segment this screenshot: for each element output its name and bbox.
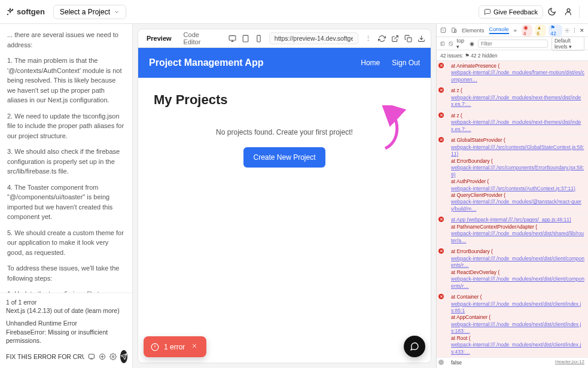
device-icon[interactable] bbox=[451, 27, 457, 34]
copy-icon[interactable] bbox=[403, 32, 414, 45]
app-inner-header: Project Management App Home Sign Out bbox=[138, 48, 431, 78]
brand-name: softgen bbox=[17, 7, 45, 16]
project-select[interactable]: Select a Project bbox=[53, 5, 126, 19]
error-glyph-icon: ✕ bbox=[438, 137, 444, 142]
chat-footer: 1 of 1 error Next.js (14.2.13) out of da… bbox=[0, 293, 132, 368]
help-fab[interactable] bbox=[404, 336, 425, 357]
context-top[interactable]: top ▾ bbox=[456, 38, 465, 50]
settings-icon[interactable] bbox=[109, 352, 117, 361]
console-log-error[interactable]: ✕ at z (webpack-internal:///./node_modul… bbox=[437, 86, 588, 110]
console-log-error[interactable]: ✕ at GlobalStateProvider (webpack-intern… bbox=[437, 135, 588, 215]
svg-point-1 bbox=[7, 14, 8, 14]
project-select-label: Select a Project bbox=[60, 8, 110, 16]
attach-icon[interactable] bbox=[99, 352, 106, 361]
log-text: at Container (webpack-internal:///./node… bbox=[446, 294, 584, 355]
device-tablet-icon[interactable] bbox=[240, 32, 251, 45]
svg-rect-9 bbox=[407, 37, 412, 41]
devtools-tab-elements[interactable]: Elements bbox=[462, 28, 485, 34]
error-toast[interactable]: 1 error bbox=[144, 336, 206, 357]
chat-paragraph: 3. We should also check if the firebase … bbox=[7, 147, 125, 177]
chat-paragraph: 4. The Toaster component from "@/compone… bbox=[7, 183, 125, 222]
runtime-error-title: Unhandled Runtime Error bbox=[6, 319, 126, 328]
chat-bubble-icon bbox=[410, 342, 419, 351]
brand-logo[interactable]: softgen bbox=[6, 7, 45, 16]
error-summary: 1 of 1 error Next.js (14.2.13) out of da… bbox=[6, 298, 126, 345]
issues-bar[interactable]: 42 issues: ⚑ 42 2 hidden bbox=[437, 50, 588, 61]
chat-input[interactable] bbox=[6, 353, 84, 360]
chat-icon bbox=[484, 8, 491, 16]
nav-home[interactable]: Home bbox=[361, 59, 380, 67]
error-glyph-icon: ✕ bbox=[438, 294, 444, 299]
devtools-more[interactable]: » bbox=[514, 28, 517, 34]
open-external-icon[interactable] bbox=[389, 32, 400, 45]
devtools-panel: Elements Console » ◉ 4 ▲ 6 ⚑ 42 ⋮ ✕ top … bbox=[436, 24, 588, 368]
download-icon[interactable] bbox=[416, 32, 427, 45]
chat-paragraph: To address these issues, we'll take the … bbox=[7, 263, 125, 283]
device-desktop-icon[interactable] bbox=[227, 32, 237, 45]
more-icon[interactable]: ⋮ bbox=[363, 32, 374, 45]
svg-rect-15 bbox=[441, 42, 444, 45]
chat-paragraph: ... there are several issues we need to … bbox=[7, 30, 125, 50]
log-text: at ErrorBoundary (webpack-internal:///./… bbox=[446, 248, 584, 290]
app-body: My Projects No projects found. Create yo… bbox=[138, 78, 431, 182]
console-filter[interactable] bbox=[478, 39, 548, 48]
console-log-error[interactable]: ✕ at App (webpack-internal:///./src/page… bbox=[437, 215, 588, 247]
chat-messages: ... there are several issues we need to … bbox=[0, 24, 132, 293]
console-log-error[interactable]: ✕ at z (webpack-internal:///./node_modul… bbox=[437, 111, 588, 135]
console-log-error[interactable]: ✕ at AnimatePresence (webpack-internal:/… bbox=[437, 61, 588, 86]
error-glyph-icon: ✕ bbox=[438, 248, 444, 254]
preview-url-field[interactable] bbox=[269, 32, 358, 44]
svg-point-2 bbox=[567, 9, 570, 12]
console-log-info[interactable]: falseHeader.jsx:12 bbox=[437, 358, 588, 368]
devtools-tab-console[interactable]: Console bbox=[489, 26, 509, 34]
warn-count-badge[interactable]: ▲ 6 bbox=[535, 25, 546, 37]
console-log-error[interactable]: ✕ at ErrorBoundary (webpack-internal:///… bbox=[437, 247, 588, 292]
page-heading: My Projects bbox=[154, 92, 415, 108]
svg-point-0 bbox=[13, 9, 13, 10]
feedback-label: Give Feedback bbox=[493, 8, 538, 16]
info-glyph-icon bbox=[438, 360, 444, 365]
svg-point-14 bbox=[566, 29, 568, 31]
inspect-icon[interactable] bbox=[440, 27, 446, 34]
devtools-kebab[interactable]: ⋮ bbox=[572, 28, 577, 34]
console-log-list: ✕ at AnimatePresence (webpack-internal:/… bbox=[437, 61, 588, 368]
user-menu[interactable] bbox=[560, 4, 577, 20]
error-glyph-icon: ✕ bbox=[438, 87, 444, 93]
close-icon bbox=[191, 342, 198, 349]
clear-console-icon[interactable] bbox=[449, 41, 453, 47]
error-glyph-icon: ✕ bbox=[438, 112, 444, 118]
preview-toolbar: Preview Code Editor ⋮ bbox=[138, 29, 431, 48]
app-header: softgen Select a Project Give Feedback bbox=[0, 0, 588, 24]
app-title: Project Management App bbox=[149, 57, 263, 68]
chat-paragraph: 2. We need to update the tsconfig.json f… bbox=[7, 111, 125, 141]
device-mobile-icon[interactable] bbox=[254, 32, 264, 45]
console-log-error[interactable]: ✕ at Container (webpack-internal:///./no… bbox=[437, 292, 588, 358]
devtools-toolbar: top ▾ ◉ Default levels ▾ bbox=[437, 37, 588, 50]
gear-icon[interactable] bbox=[565, 28, 569, 34]
log-text: at App (webpack-internal:///./src/pages/… bbox=[446, 217, 584, 244]
log-levels-select[interactable]: Default levels ▾ bbox=[552, 37, 584, 51]
devtools-badges: ◉ 4 ▲ 6 ⚑ 42 ⋮ ✕ bbox=[522, 25, 584, 37]
svg-rect-6 bbox=[229, 35, 236, 40]
send-button[interactable] bbox=[120, 350, 127, 363]
tab-preview[interactable]: Preview bbox=[142, 32, 176, 44]
separator bbox=[579, 6, 580, 18]
refresh-icon[interactable] bbox=[376, 32, 387, 45]
create-project-button[interactable]: Create New Project bbox=[243, 147, 325, 168]
tab-code-editor[interactable]: Code Editor bbox=[179, 29, 217, 48]
feedback-button[interactable]: Give Feedback bbox=[479, 5, 543, 19]
log-text: at z (webpack-internal:///./node_modules… bbox=[446, 112, 584, 133]
theme-toggle[interactable] bbox=[543, 4, 560, 20]
nav-signout[interactable]: Sign Out bbox=[392, 59, 420, 67]
log-source-link[interactable]: Header.jsx:12 bbox=[555, 359, 584, 366]
log-text: at z (webpack-internal:///./node_modules… bbox=[446, 87, 584, 108]
preview-frame: Project Management App Home Sign Out My … bbox=[138, 48, 431, 363]
toast-close[interactable] bbox=[190, 341, 199, 352]
info-count-badge[interactable]: ⚑ 42 bbox=[549, 25, 562, 37]
preview-area: Preview Code Editor ⋮ Project Management… bbox=[133, 24, 436, 368]
error-glyph-icon: ✕ bbox=[438, 63, 444, 68]
inline-code-icon[interactable] bbox=[88, 352, 95, 361]
sidebar-toggle-icon[interactable] bbox=[440, 41, 445, 47]
devtools-close[interactable]: ✕ bbox=[580, 28, 584, 34]
error-count-badge[interactable]: ◉ 4 bbox=[522, 25, 533, 37]
